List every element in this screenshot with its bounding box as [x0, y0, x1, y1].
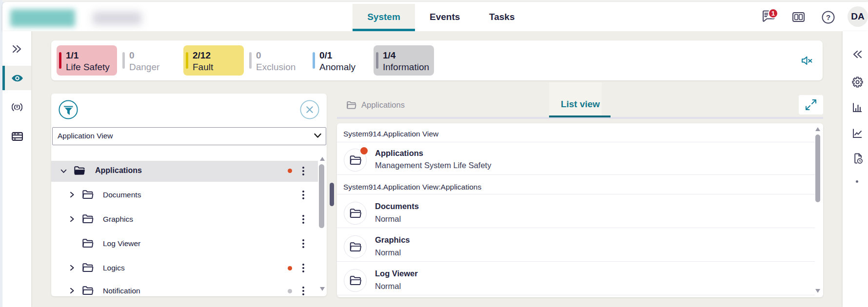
svg-text:?: ? [826, 13, 830, 21]
